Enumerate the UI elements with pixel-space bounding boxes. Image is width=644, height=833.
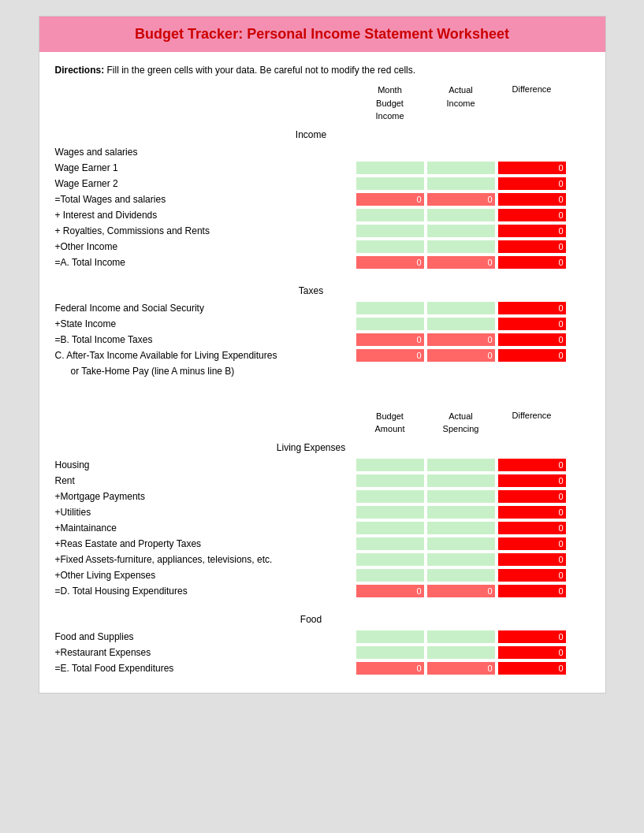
- food-section-title: Food: [55, 611, 568, 628]
- wages-col2: [427, 146, 495, 158]
- restaurant-label: +Restaurant Expenses: [55, 645, 355, 660]
- total-wages-row: =Total Wages and salaries 0 0 0: [55, 192, 590, 206]
- rent-row: Rent 0: [55, 474, 590, 488]
- total-food-diff: 0: [498, 662, 566, 675]
- wage-earner2-actual[interactable]: [427, 177, 495, 190]
- restaurant-budget[interactable]: [356, 646, 424, 659]
- utilities-budget[interactable]: [356, 506, 424, 519]
- interest-budget[interactable]: [356, 209, 424, 221]
- interest-actual[interactable]: [427, 209, 495, 221]
- total-income-budget: 0: [356, 256, 424, 269]
- restaurant-actual[interactable]: [427, 646, 495, 659]
- state-income-actual[interactable]: [427, 318, 495, 330]
- federal-label: Federal Income and Social Security: [55, 301, 355, 315]
- federal-actual[interactable]: [427, 302, 495, 314]
- royalties-actual[interactable]: [427, 225, 495, 237]
- housing-row: Housing 0: [55, 458, 590, 472]
- rent-budget[interactable]: [356, 474, 424, 487]
- food-supplies-budget[interactable]: [356, 630, 424, 643]
- other-income-label: +Other Income: [55, 240, 355, 254]
- wage-earner1-diff: 0: [498, 162, 566, 174]
- wage-earner1-budget[interactable]: [356, 162, 424, 174]
- utilities-actual[interactable]: [427, 506, 495, 519]
- royalties-budget[interactable]: [356, 225, 424, 237]
- main-content: MonthBudgetIncome ActualIncome Differenc…: [39, 84, 605, 693]
- real-estate-row: +Reas Eastate and Property Taxes 0: [55, 537, 590, 551]
- maintenance-budget[interactable]: [356, 522, 424, 534]
- state-income-budget[interactable]: [356, 318, 424, 330]
- fixed-assets-budget[interactable]: [356, 553, 424, 566]
- wage-earner2-row: Wage Earner 2 0: [55, 177, 590, 191]
- living-col3-header: ActualSpencing: [426, 410, 497, 436]
- total-food-label: =E. Total Food Expenditures: [55, 661, 355, 675]
- after-tax-label: C. After-Tax Income Available for Living…: [55, 348, 355, 363]
- other-living-row: +Other Living Expenses 0: [55, 568, 590, 582]
- wage-earner1-actual[interactable]: [427, 162, 495, 174]
- housing-actual[interactable]: [427, 459, 495, 471]
- interest-label: + Interest and Dividends: [55, 208, 355, 222]
- housing-label: Housing: [55, 458, 355, 472]
- other-living-label: +Other Living Expenses: [55, 568, 355, 582]
- total-income-label: =A. Total Income: [55, 255, 355, 270]
- fixed-assets-actual[interactable]: [427, 553, 495, 566]
- federal-row: Federal Income and Social Security 0: [55, 301, 590, 315]
- total-taxes-diff: 0: [498, 333, 566, 346]
- restaurant-row: +Restaurant Expenses 0: [55, 645, 590, 660]
- taxes-section-title-row: Taxes: [55, 282, 590, 299]
- total-wages-diff: 0: [498, 193, 566, 206]
- food-supplies-actual[interactable]: [427, 630, 495, 643]
- other-income-actual[interactable]: [427, 240, 495, 253]
- total-food-actual: 0: [427, 662, 495, 675]
- housing-budget[interactable]: [356, 459, 424, 471]
- royalties-row: + Royalties, Commissions and Rents 0: [55, 224, 590, 238]
- income-col2-header: MonthBudgetIncome: [355, 84, 426, 123]
- royalties-diff: 0: [498, 225, 566, 237]
- real-estate-budget[interactable]: [356, 537, 424, 550]
- total-wages-budget: 0: [356, 193, 424, 206]
- housing-diff: 0: [498, 459, 566, 471]
- mortgage-actual[interactable]: [427, 490, 495, 503]
- rent-diff: 0: [498, 474, 566, 487]
- real-estate-actual[interactable]: [427, 537, 495, 550]
- spacer1: [55, 271, 590, 282]
- wages-col1: [356, 146, 424, 158]
- other-living-budget[interactable]: [356, 569, 424, 582]
- other-living-actual[interactable]: [427, 569, 495, 582]
- other-living-diff: 0: [498, 569, 566, 582]
- rent-actual[interactable]: [427, 474, 495, 487]
- wages-salaries-header-row: Wages and salaries: [55, 145, 590, 159]
- total-income-diff: 0: [498, 256, 566, 269]
- total-housing-diff: 0: [498, 585, 566, 597]
- total-wages-actual: 0: [427, 193, 495, 206]
- total-taxes-actual: 0: [427, 333, 495, 346]
- after-tax-sub-row: or Take-Home Pay (line A minus line B): [55, 364, 590, 378]
- utilities-row: +Utilities 0: [55, 505, 590, 519]
- wage-earner2-label: Wage Earner 2: [55, 177, 355, 191]
- total-taxes-label: =B. Total Income Taxes: [55, 333, 355, 347]
- mortgage-label: +Mortgage Payments: [55, 489, 355, 504]
- state-income-label: +State Income: [55, 317, 355, 331]
- fixed-assets-label: +Fixed Assets-furniture, appliances, tel…: [55, 552, 355, 567]
- food-supplies-row: Food and Supplies 0: [55, 630, 590, 644]
- income-section-title-row: Income: [55, 126, 590, 143]
- wage-earner1-label: Wage Earner 1: [55, 161, 355, 175]
- directions: Directions: Fill in the green cells with…: [39, 60, 605, 84]
- after-tax-actual: 0: [427, 349, 495, 362]
- living-col1-header: [55, 410, 355, 436]
- worksheet: Budget Tracker: Personal Income Statemen…: [39, 16, 606, 694]
- federal-budget[interactable]: [356, 302, 424, 314]
- total-income-row: =A. Total Income 0 0 0: [55, 255, 590, 270]
- total-income-actual: 0: [427, 256, 495, 269]
- other-income-budget[interactable]: [356, 240, 424, 253]
- food-section-title-row: Food: [55, 611, 590, 628]
- wage-earner2-budget[interactable]: [356, 177, 424, 190]
- mortgage-budget[interactable]: [356, 490, 424, 503]
- income-col3-header: ActualIncome: [426, 84, 497, 123]
- maintenance-actual[interactable]: [427, 522, 495, 534]
- total-housing-row: =D. Total Housing Expenditures 0 0 0: [55, 584, 590, 598]
- interest-row: + Interest and Dividends 0: [55, 208, 590, 222]
- after-tax-sub-label: or Take-Home Pay (line A minus line B): [55, 364, 355, 378]
- spacer4: [55, 600, 590, 611]
- wages-salaries-label: Wages and salaries: [55, 145, 355, 159]
- state-income-row: +State Income 0: [55, 317, 590, 331]
